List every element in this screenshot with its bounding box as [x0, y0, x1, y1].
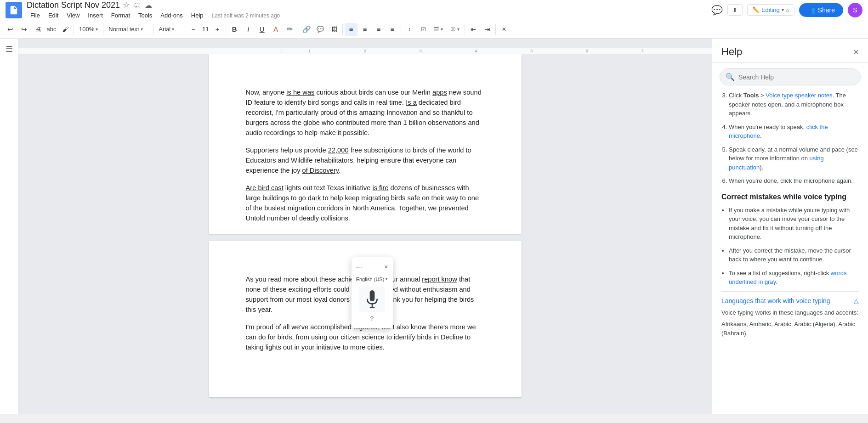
voice-help-button[interactable]: ?	[370, 314, 374, 324]
comment-insert-button[interactable]: 💬	[314, 23, 327, 36]
help-search-box[interactable]: 🔍	[720, 68, 861, 85]
voice-type-link[interactable]: Voice type speaker notes	[766, 92, 832, 99]
menu-edit[interactable]: Edit	[45, 11, 62, 20]
share-label: Share	[818, 6, 835, 14]
punctuation-link[interactable]: using punctuation	[729, 155, 824, 171]
share-button[interactable]: 👥 Share	[799, 3, 843, 17]
correct-item-3: To see a list of suggestions, right-clic…	[729, 269, 859, 287]
page-2: As you read more about these achievement…	[209, 241, 522, 397]
zoom-select[interactable]: 100% ▾	[76, 24, 101, 34]
correct-item-2: After you correct the mistake, move the …	[729, 246, 859, 264]
highlight-button[interactable]: ✏	[283, 23, 296, 36]
click-mic-link[interactable]: click the microphone	[729, 124, 828, 140]
toolbar-separator-4	[185, 24, 185, 35]
voice-language-selector[interactable]: English (US) ▾	[356, 276, 388, 283]
numbered-list-select[interactable]: ① ▾	[447, 24, 463, 34]
underline-button[interactable]: U	[255, 23, 268, 36]
menu-view[interactable]: View	[63, 11, 83, 20]
cloud-icon[interactable]: ☁	[145, 1, 152, 10]
voice-microphone-button[interactable]	[359, 287, 385, 312]
style-dropdown-icon: ▾	[141, 27, 143, 32]
help-content: Click Tools > Voice type speaker notes. …	[712, 91, 868, 414]
bullet-list-select[interactable]: ☰ ▾	[431, 24, 446, 34]
ruler-marker-6: 6	[586, 49, 588, 53]
last-edit: Last edit was 2 minutes ago	[212, 12, 280, 19]
redo-button[interactable]: ↪	[17, 23, 30, 36]
doc-title[interactable]: Dictation Script Nov 2021	[27, 0, 120, 10]
ruler-marker-4: 4	[475, 49, 477, 53]
align-right-button[interactable]: ≡	[372, 23, 385, 36]
voice-language-dropdown-icon: ▾	[386, 276, 388, 282]
menu-insert[interactable]: Insert	[84, 11, 107, 20]
style-select[interactable]: Normal text ▾	[105, 24, 151, 34]
languages-collapse-icon: △	[854, 297, 859, 305]
menu-addons[interactable]: Add-ons	[157, 11, 186, 20]
help-search-input[interactable]	[738, 73, 855, 81]
help-step-6: When you're done, click the microphone a…	[729, 176, 859, 186]
ruler-marker-2: 2	[364, 49, 366, 53]
doc-title-row: Dictation Script Nov 2021 ☆ 🗂 ☁	[27, 0, 711, 10]
indent-inc-button[interactable]: ⇥	[481, 23, 494, 36]
languages-toggle[interactable]: Languages that work with voice typing △	[721, 297, 859, 305]
toolbar: ↩ ↪ 🖨 abc 🖌 100% ▾ Normal text ▾ Arial ▾…	[0, 20, 868, 39]
image-button[interactable]: 🖼	[328, 23, 340, 36]
menu-help[interactable]: Help	[187, 11, 207, 20]
indent-dec-button[interactable]: ⇤	[467, 23, 480, 36]
line-spacing-button[interactable]: ↕	[403, 23, 416, 36]
bold-button[interactable]: B	[228, 23, 241, 36]
gray-underline-link[interactable]: words underlined in gray	[729, 270, 847, 286]
sidebar-toggle-icon[interactable]: ☰	[6, 44, 13, 54]
voice-widget-close-button[interactable]: ×	[384, 262, 388, 272]
align-center-button[interactable]: ≡	[358, 23, 371, 36]
page-1: Now, anyone is he was curious about bird…	[209, 54, 522, 234]
zoom-value: 100%	[79, 26, 94, 33]
edit-pencil-icon: ✏️	[752, 6, 760, 13]
paint-format-button[interactable]: 🖌	[59, 23, 72, 36]
help-header: Help ×	[712, 39, 868, 63]
menu-tools[interactable]: Tools	[135, 11, 156, 20]
top-right-area: 💬 ⬆ ✏️ Editing ▾ △ 👥 Share S	[711, 3, 862, 17]
font-size-increase-button[interactable]: +	[211, 23, 224, 36]
ruler-marker-0: |	[281, 49, 282, 53]
clear-format-button[interactable]: ✕	[498, 23, 511, 36]
ruler-marker-7: 7	[641, 49, 644, 53]
ruler: | 1 2 3 4 5 6 7	[18, 48, 712, 54]
undo-button[interactable]: ↩	[4, 23, 17, 36]
comment-button[interactable]: 💬	[711, 5, 723, 16]
voice-widget-menu-button[interactable]: ···	[356, 262, 362, 273]
font-size-value[interactable]: 11	[201, 26, 210, 33]
menu-bar: File Edit View Insert Format Tools Add-o…	[27, 11, 711, 20]
correct-mistakes-heading: Correct mistakes while voice typing	[721, 193, 859, 201]
star-icon[interactable]: ☆	[123, 0, 130, 10]
spell-check-button[interactable]: abc	[45, 23, 58, 36]
ruler-marker-5: 5	[530, 49, 533, 53]
print-button[interactable]: 🖨	[31, 23, 44, 36]
toolbar-separator-7	[342, 24, 343, 35]
menu-file[interactable]: File	[27, 11, 44, 20]
font-select[interactable]: Arial ▾	[155, 24, 183, 34]
editing-button[interactable]: ✏️ Editing ▾ △	[747, 4, 794, 16]
app-icon[interactable]	[6, 2, 22, 18]
italic-button[interactable]: I	[242, 23, 255, 36]
page1-para1[interactable]: Now, anyone is he was curious about bird…	[246, 87, 485, 138]
version-history-btn[interactable]: ⬆	[727, 4, 743, 16]
folder-icon[interactable]: 🗂	[134, 1, 141, 9]
zoom-dropdown-icon: ▾	[96, 27, 98, 32]
help-close-button[interactable]: ×	[853, 47, 859, 57]
text-color-button[interactable]: A	[269, 23, 282, 36]
toolbar-separator-1	[74, 24, 74, 35]
checklist-button[interactable]: ☑	[417, 23, 430, 36]
user-avatar[interactable]: S	[848, 3, 862, 17]
justify-button[interactable]: ≡	[386, 23, 399, 36]
font-value: Arial	[159, 26, 170, 33]
link-button[interactable]: 🔗	[300, 23, 313, 36]
page1-para3[interactable]: Are bird cast lights out text Texas init…	[246, 183, 485, 223]
align-left-button[interactable]: ≡	[345, 23, 357, 36]
help-step-3: Click Tools > Voice type speaker notes. …	[729, 91, 859, 118]
bullet-list-icon: ☰	[434, 26, 439, 33]
page1-para2[interactable]: Supporters help us provide 22,000 free s…	[246, 145, 485, 175]
top-bar: Dictation Script Nov 2021 ☆ 🗂 ☁ File Edi…	[0, 0, 868, 20]
menu-format[interactable]: Format	[108, 11, 134, 20]
font-size-decrease-button[interactable]: −	[187, 23, 200, 36]
doc-sidebar-toggle[interactable]: ☰	[0, 39, 18, 414]
